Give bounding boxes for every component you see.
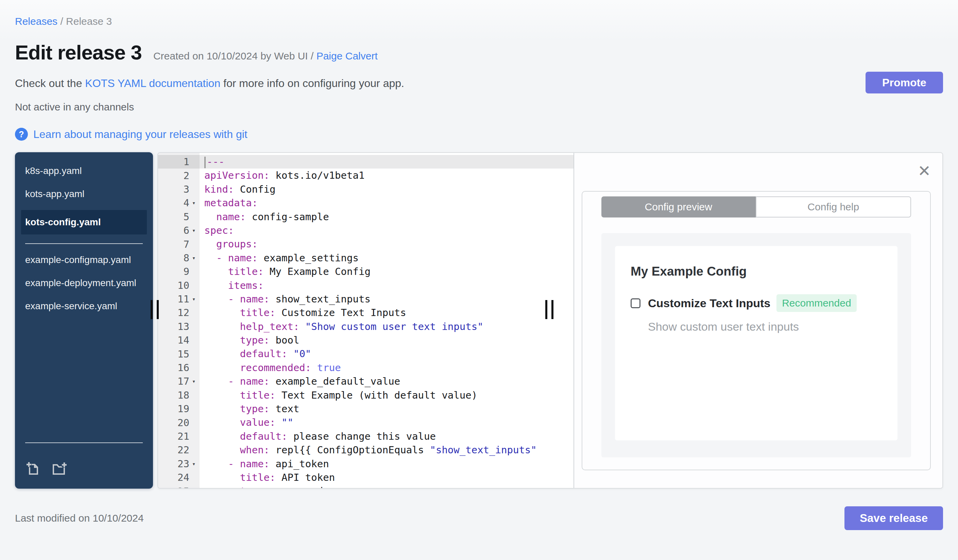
gutter-line-2: 2 [158, 169, 200, 182]
fold-arrow-icon[interactable]: ▾ [189, 460, 198, 467]
promote-button[interactable]: Promote [866, 72, 943, 93]
sidebar-spacer [15, 322, 153, 433]
doc-text-prefix: Check out the [15, 77, 85, 89]
config-option-row: Customize Text Inputs Recommended [631, 294, 882, 312]
page-title: Edit release 3 [15, 41, 142, 64]
fold-arrow-icon[interactable]: ▾ [189, 199, 198, 206]
gutter-line-12: 12 [158, 306, 200, 320]
close-icon[interactable]: ✕ [918, 163, 931, 179]
gutter-line-23[interactable]: 23▾ [158, 457, 200, 471]
doc-row: Check out the KOTS YAML documentation fo… [15, 77, 943, 90]
git-releases-link[interactable]: Learn about managing your releases with … [33, 128, 247, 141]
code-line-18[interactable]: title: Text Example (with default value) [200, 388, 574, 402]
file-item-example-service-yaml[interactable]: example-service.yaml [25, 299, 143, 313]
fold-arrow-icon[interactable]: ▾ [189, 227, 198, 234]
gutter-line-21: 21 [158, 430, 200, 443]
code-line-20[interactable]: value: "" [200, 416, 574, 429]
code-line-25[interactable]: type: password [200, 484, 574, 488]
editor-gutter: 1234▾56▾78▾91011▾121314151617▾1819202122… [158, 153, 200, 488]
file-item-example-configmap-yaml[interactable]: example-configmap.yaml [25, 253, 143, 267]
gutter-line-7: 7 [158, 237, 200, 251]
gutter-line-4[interactable]: 4▾ [158, 196, 200, 210]
file-item-example-deployment-yaml[interactable]: example-deployment.yaml [25, 276, 143, 290]
code-line-17[interactable]: - name: example_default_value [200, 375, 574, 388]
code-line-22[interactable]: when: repl{{ ConfigOptionEquals "show_te… [200, 443, 574, 457]
gutter-line-10: 10 [158, 278, 200, 292]
code-line-7[interactable]: groups: [200, 237, 574, 251]
question-mark-icon: ? [15, 128, 28, 141]
file-item-kots-config-yaml[interactable]: kots-config.yaml [21, 210, 147, 234]
code-line-6[interactable]: spec: [200, 224, 574, 237]
breadcrumb-separator: / [60, 16, 63, 27]
gutter-line-14: 14 [158, 333, 200, 347]
gutter-line-18: 18 [158, 388, 200, 402]
gutter-line-17[interactable]: 17▾ [158, 375, 200, 388]
gutter-line-9: 9 [158, 265, 200, 278]
customize-text-inputs-checkbox[interactable] [631, 298, 641, 308]
kots-yaml-doc-link[interactable]: KOTS YAML documentation [85, 77, 220, 89]
preview-resize-handle[interactable] [545, 300, 554, 319]
page: Releases / Release 3 Edit release 3 Crea… [0, 0, 958, 560]
code-line-12[interactable]: title: Customize Text Inputs [200, 306, 574, 320]
file-item-k8s-app-yaml[interactable]: k8s-app.yaml [25, 164, 143, 178]
config-preview-panel: ✕ Config previewConfig help My Example C… [574, 153, 942, 488]
code-line-13[interactable]: help_text: "Show custom user text inputs… [200, 320, 574, 333]
code-line-2[interactable]: apiVersion: kots.io/v1beta1 [200, 169, 574, 182]
tab-config-help[interactable]: Config help [756, 196, 911, 217]
gutter-line-8[interactable]: 8▾ [158, 251, 200, 265]
tab-config-preview[interactable]: Config preview [601, 196, 756, 217]
code-line-23[interactable]: - name: api_token [200, 457, 574, 471]
gutter-line-15: 15 [158, 347, 200, 361]
breadcrumb: Releases / Release 3 [15, 0, 943, 27]
gutter-line-19: 19 [158, 402, 200, 416]
git-help-row: ? Learn about managing your releases wit… [15, 128, 943, 141]
code-line-1[interactable]: --- [200, 155, 574, 169]
save-release-button[interactable]: Save release [844, 506, 943, 530]
code-line-16[interactable]: recommended: true [200, 361, 574, 375]
file-group-bottom: example-configmap.yamlexample-deployment… [15, 253, 153, 322]
sidebar-resize-handle[interactable] [151, 300, 159, 319]
code-line-5[interactable]: name: config-sample [200, 210, 574, 224]
preview-tabs: Config previewConfig help [601, 196, 911, 217]
editor-code[interactable]: ---apiVersion: kots.io/v1beta1kind: Conf… [200, 153, 574, 488]
code-line-10[interactable]: items: [200, 278, 574, 292]
fold-arrow-icon[interactable]: ▾ [189, 378, 198, 384]
gutter-line-13: 13 [158, 320, 200, 333]
file-item-kots-app-yaml[interactable]: kots-app.yaml [25, 187, 143, 201]
code-line-21[interactable]: default: please change this value [200, 430, 574, 443]
new-file-icon[interactable] [25, 461, 41, 477]
preview-content-area: My Example Config Customize Text Inputs … [601, 233, 911, 457]
gutter-line-11[interactable]: 11▾ [158, 292, 200, 306]
text-cursor [204, 157, 206, 168]
created-text: Created on 10/10/2024 by Web UI / [153, 50, 313, 62]
config-card: My Example Config Customize Text Inputs … [615, 246, 898, 440]
code-line-9[interactable]: title: My Example Config [200, 265, 574, 278]
gutter-line-24: 24 [158, 471, 200, 484]
recommended-badge: Recommended [776, 294, 856, 312]
code-line-8[interactable]: - name: example_settings [200, 251, 574, 265]
code-line-15[interactable]: default: "0" [200, 347, 574, 361]
code-line-14[interactable]: type: bool [200, 333, 574, 347]
new-folder-icon[interactable] [52, 461, 68, 477]
breadcrumb-current: Release 3 [66, 16, 112, 27]
code-line-19[interactable]: type: text [200, 402, 574, 416]
editor-shell: 1234▾56▾78▾91011▾121314151617▾1819202122… [157, 152, 943, 489]
code-line-3[interactable]: kind: Config [200, 182, 574, 196]
code-line-24[interactable]: title: API token [200, 471, 574, 484]
fold-arrow-icon[interactable]: ▾ [189, 296, 198, 302]
gutter-line-6[interactable]: 6▾ [158, 224, 200, 237]
code-line-4[interactable]: metadata: [200, 196, 574, 210]
gutter-line-22: 22 [158, 443, 200, 457]
gutter-line-5: 5 [158, 210, 200, 224]
code-line-11[interactable]: - name: show_text_inputs [200, 292, 574, 306]
yaml-editor[interactable]: 1234▾56▾78▾91011▾121314151617▾1819202122… [158, 153, 574, 488]
fold-arrow-icon[interactable]: ▾ [189, 255, 198, 261]
config-group-heading: My Example Config [631, 264, 882, 278]
breadcrumb-releases-link[interactable]: Releases [15, 16, 57, 27]
title-row: Edit release 3 Created on 10/10/2024 by … [15, 41, 943, 64]
footer: Last modified on 10/10/2024 Save release [15, 506, 943, 530]
author-link[interactable]: Paige Calvert [317, 50, 378, 62]
sidebar-divider [25, 243, 143, 244]
file-group-top: k8s-app.yamlkots-app.yamlkots-config.yam… [15, 164, 153, 234]
channel-status: Not active in any channels [15, 101, 943, 113]
